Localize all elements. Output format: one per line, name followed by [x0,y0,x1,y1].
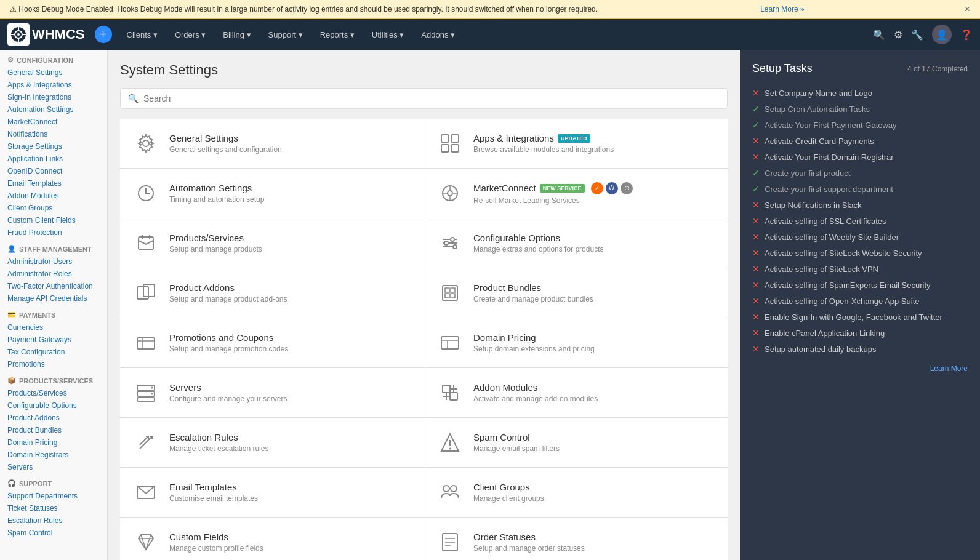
card-order-statuses[interactable]: Order Statuses Setup and manage order st… [424,518,728,560]
sidebar-item-2fa[interactable]: Two-Factor Authentication [0,280,107,292]
add-button[interactable]: + [95,26,112,43]
avatar[interactable]: 👤 [932,25,952,44]
sidebar-item-domain-registrars[interactable]: Domain Registrars [0,449,107,461]
sidebar-item-notifications[interactable]: Notifications [0,128,107,140]
sidebar-item-client-groups[interactable]: Client Groups [0,202,107,214]
sidebar-item-marketconnect[interactable]: MarketConnect [0,116,107,128]
svg-rect-35 [451,288,455,292]
nav-addons[interactable]: Addons ▾ [412,19,464,50]
card-products-services[interactable]: Products/Services Setup and manage produ… [120,218,424,268]
card-escalation-rules[interactable]: Escalation Rules Manage ticket escalatio… [120,418,424,467]
sidebar-item-promotions[interactable]: Promotions [0,358,107,370]
sidebar-item-spam-control[interactable]: Spam Control [0,527,107,539]
sidebar-item-addon-modules[interactable]: Addon Modules [0,190,107,202]
nav-orders[interactable]: Orders ▾ [166,19,214,50]
card-automation-settings[interactable]: Automation Settings Timing and automatio… [120,169,424,218]
svg-rect-34 [445,288,449,292]
learn-more-link[interactable]: Learn More [752,364,968,373]
card-configurable-options[interactable]: Configurable Options Manage extras and o… [424,218,728,268]
sidebar-item-application-links[interactable]: Application Links [0,153,107,165]
sidebar-item-currencies[interactable]: Currencies [0,321,107,334]
warning-close-button[interactable]: × [965,4,970,15]
task-label: Setup automated daily backups [765,345,876,354]
sidebar-item-product-bundles[interactable]: Product Bundles [0,424,107,436]
nav-utilities[interactable]: Utilities ▾ [363,19,413,50]
task-label: Activate Your First Payment Gateway [765,121,897,130]
warning-text: ⚠ Hooks Debug Mode Enabled: Hooks Debug … [10,5,598,14]
task-check-icon: ✓ [752,184,760,194]
sidebar-item-products-services[interactable]: Products/Services [0,387,107,399]
sidebar-section-configuration: ⚙ Configuration [0,50,107,66]
task-cross-icon: ✕ [752,264,760,274]
svg-rect-41 [441,337,459,349]
sidebar-item-apps-integrations[interactable]: Apps & Integrations [0,79,107,91]
card-spam-control[interactable]: Spam Control Manage email spam filters [424,418,728,467]
svg-marker-63 [139,535,153,550]
task-item: ✕Setup Notifications in Slack [752,197,968,213]
sidebar-item-payment-gateways[interactable]: Payment Gateways [0,334,107,346]
nav-clients[interactable]: Clients ▾ [118,19,166,50]
card-apps-integrations[interactable]: Apps & Integrations UPDATED Browse avail… [424,119,728,168]
sidebar-item-automation-settings[interactable]: Automation Settings [0,103,107,116]
task-cross-icon: ✕ [752,152,760,162]
card-general-settings[interactable]: General Settings General settings and co… [120,119,424,168]
sidebar-item-custom-client-fields[interactable]: Custom Client Fields [0,214,107,226]
sidebar-item-api-credentials[interactable]: Manage API Credentials [0,292,107,305]
products-services-title: Products/Services [169,233,262,243]
sidebar-item-admin-roles[interactable]: Administrator Roles [0,268,107,280]
sidebar-item-admin-users[interactable]: Administrator Users [0,255,107,268]
sidebar-item-tax-configuration[interactable]: Tax Configuration [0,346,107,358]
card-email-templates[interactable]: Email Templates Customise email template… [120,468,424,517]
logo[interactable]: WHMCS [7,23,85,46]
sidebar-item-escalation-rules[interactable]: Escalation Rules [0,514,107,527]
svg-rect-36 [445,294,449,298]
sidebar-item-configurable-options[interactable]: Configurable Options [0,399,107,412]
task-label: Activate selling of Open-Xchange App Sui… [765,297,920,306]
warning-link[interactable]: Learn More » [760,5,804,14]
sidebar-item-email-templates[interactable]: Email Templates [0,177,107,190]
wrench-icon[interactable]: 🔧 [911,29,923,41]
card-product-bundles[interactable]: Product Bundles Create and manage produc… [424,268,728,318]
task-check-icon: ✓ [752,104,760,114]
sidebar-item-servers[interactable]: Servers [0,461,107,473]
task-label: Enable cPanel Application Linking [765,329,885,338]
promotions-icon [132,329,159,356]
task-item: ✕Activate Your First Domain Registrar [752,149,968,165]
svg-point-62 [451,486,457,492]
card-servers[interactable]: Servers Configure and manage your server… [120,368,424,417]
order-statuses-icon [436,529,464,556]
sidebar-item-product-addons[interactable]: Product Addons [0,412,107,424]
card-product-addons[interactable]: Product Addons Setup and manage product … [120,268,424,318]
order-statuses-content: Order Statuses Setup and manage order st… [473,532,585,553]
card-client-groups[interactable]: Client Groups Manage client groups [424,468,728,517]
sidebar-item-openid-connect[interactable]: OpenID Connect [0,165,107,177]
sidebar-item-storage-settings[interactable]: Storage Settings [0,140,107,153]
help-icon[interactable]: ❓ [960,29,973,41]
automation-settings-desc: Timing and automation setup [169,195,264,204]
logo-label: WHMCS [32,26,85,42]
task-cross-icon: ✕ [752,328,760,338]
search-icon[interactable]: 🔍 [873,29,885,41]
card-marketconnect[interactable]: MarketConnect NEW SERVICE ✓ W ⊙ Re-sell … [424,169,728,218]
nav-billing[interactable]: Billing ▾ [214,19,259,50]
sidebar-item-ticket-statuses[interactable]: Ticket Statuses [0,502,107,514]
task-item: ✕Activate selling of SiteLock Website Se… [752,245,968,261]
setup-header: Setup Tasks 4 of 17 Completed [752,62,968,75]
sidebar-item-general-settings[interactable]: General Settings [0,66,107,79]
task-item: ✓Create your first support department [752,181,968,197]
nav-support[interactable]: Support ▾ [260,19,311,50]
card-custom-fields[interactable]: Custom Fields Manage custom profile fiel… [120,518,424,560]
card-promotions-coupons[interactable]: Promotions and Coupons Setup and manage … [120,318,424,367]
settings-icon[interactable]: ⚙ [894,29,902,41]
nav-reports[interactable]: Reports ▾ [311,19,363,50]
client-groups-desc: Manage client groups [473,494,544,503]
sidebar-item-domain-pricing[interactable]: Domain Pricing [0,436,107,449]
sidebar-item-signin-integrations[interactable]: Sign-In Integrations [0,91,107,103]
card-domain-pricing[interactable]: Domain Pricing Setup domain extensions a… [424,318,728,367]
task-cross-icon: ✕ [752,280,760,290]
card-addon-modules[interactable]: Addon Modules Activate and manage add-on… [424,368,728,417]
search-input[interactable] [143,94,720,103]
sidebar-item-support-departments[interactable]: Support Departments [0,490,107,502]
sidebar-item-fraud-protection[interactable]: Fraud Protection [0,226,107,239]
svg-point-15 [145,192,147,194]
